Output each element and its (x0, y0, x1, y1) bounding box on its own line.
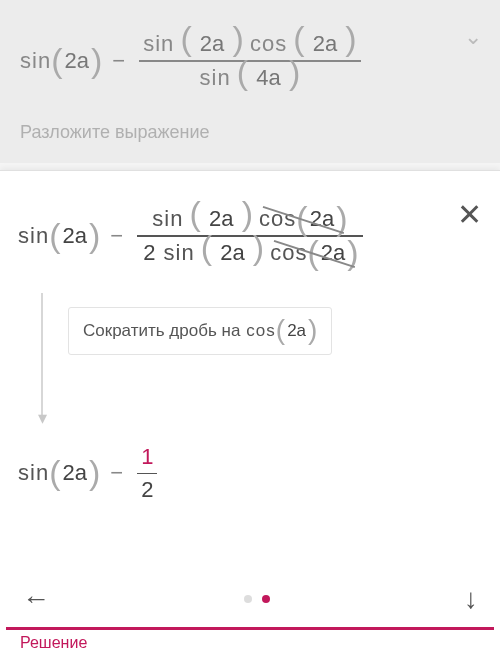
page-dots (244, 595, 270, 603)
hint-text: Сократить дробь на (83, 321, 240, 341)
close-icon[interactable]: ✕ (457, 197, 482, 232)
tree-arrow-icon: ▾ (32, 293, 52, 423)
result-expression: sin ( 2a ) − 1 2 (18, 441, 482, 507)
solution-tab[interactable]: Решение (6, 627, 494, 649)
solution-sheet: ✕ sin ( 2a ) − sin ( 2a ) cos ( 2a ) 2 (0, 170, 500, 649)
arg-2a: 2a (64, 48, 88, 74)
problem-expression: sin ( 2a ) − sin ( 2a ) cos ( 2a ) sin (… (20, 28, 480, 94)
denominator: sin ( 4a ) (196, 62, 305, 94)
cancelled-term-num: cos ( 2a ) (259, 206, 347, 232)
hint-box[interactable]: Сократить дробь на cos ( 2a ) (68, 307, 332, 355)
dot-1[interactable] (244, 595, 252, 603)
chevron-down-icon[interactable]: ⌄ (464, 24, 482, 50)
dot-2[interactable] (262, 595, 270, 603)
solution-tree: ▾ Сократить дробь на cos ( 2a ) (32, 293, 482, 423)
cancelled-term-den: cos ( 2a ) (270, 240, 358, 266)
minus-op: − (112, 48, 125, 74)
bottom-nav: ← ↓ (0, 583, 500, 615)
sin-func: sin (20, 48, 51, 74)
solution-tab-label: Решение (20, 634, 87, 649)
result-fraction: 1 2 (137, 441, 157, 507)
back-button[interactable]: ← (22, 583, 50, 615)
problem-header: ⌄ sin ( 2a ) − sin ( 2a ) cos ( 2a ) sin… (0, 0, 500, 163)
problem-caption: Разложите выражение (20, 122, 480, 143)
step-expression: sin ( 2a ) − sin ( 2a ) cos ( 2a ) 2 sin (18, 203, 482, 269)
step-fraction: sin ( 2a ) cos ( 2a ) 2 sin ( 2a ) cos (137, 203, 363, 269)
fraction: sin ( 2a ) cos ( 2a ) sin ( 4a ) (139, 28, 361, 94)
next-button[interactable]: ↓ (464, 583, 478, 615)
numerator: sin ( 2a ) cos ( 2a ) (139, 28, 361, 60)
